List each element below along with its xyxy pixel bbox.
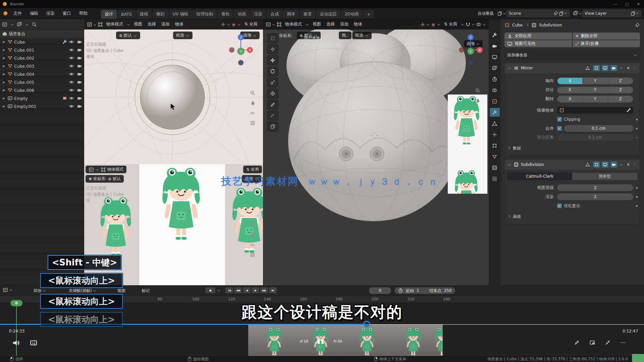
pan-hand-icon[interactable] (250, 232, 255, 237)
properties-tab-material[interactable] (490, 163, 500, 172)
scene-field[interactable]: Scene ✕ (506, 10, 570, 17)
hide-eye-icon[interactable] (69, 55, 74, 61)
copy-icon[interactable] (630, 11, 636, 16)
properties-tab-output[interactable] (490, 53, 500, 61)
edit-pencil-icon[interactable] (574, 340, 580, 345)
search-icon[interactable] (32, 22, 37, 27)
catmull-clark-button[interactable]: Catmull-Clark (507, 173, 572, 180)
end-value[interactable]: 250 (444, 288, 452, 293)
outliner-row[interactable]: ▶Cube.006 (0, 86, 84, 94)
orientation-dropdown[interactable]: ⇅ 全局 (242, 20, 260, 28)
transform-pivot-icon[interactable] (420, 22, 425, 27)
menu-文件[interactable]: 文件 (9, 9, 26, 18)
editor-type-icon[interactable] (2, 22, 7, 27)
realtime-display-toggle[interactable] (602, 162, 608, 168)
menu-渲染[interactable]: 渲染 (42, 9, 59, 18)
axis-X-button[interactable]: X (557, 78, 583, 84)
editor-type-icon[interactable] (89, 167, 94, 172)
hide-eye-icon[interactable] (69, 71, 74, 77)
add-modifier-dropdown[interactable]: 添加修改器 (504, 51, 640, 59)
hide-eye-icon[interactable] (69, 87, 74, 93)
workspace-tab[interactable]: 着色 (217, 10, 233, 19)
workspace-tab[interactable]: 遮罩 (300, 10, 315, 19)
expand-icon[interactable]: ▶ (2, 80, 6, 84)
overlay-icon[interactable] (476, 22, 481, 27)
expand-collapse-button[interactable]: ⤢展开/折叠 (573, 40, 640, 47)
timeline-menu-标记[interactable]: 标记 (142, 288, 150, 294)
delete-all-button[interactable]: ✕删除全部 (573, 33, 640, 40)
axis-Y-button[interactable]: Y (583, 87, 608, 93)
timeline-menu-视图[interactable]: 视图 (117, 288, 125, 294)
viewport-menu-添加[interactable]: 添加 (337, 20, 351, 28)
proportional-edit-icon[interactable]: ◉ (431, 22, 436, 27)
pip-icon[interactable] (590, 340, 595, 345)
prev-keyframe-button[interactable]: ◀◀ (234, 287, 242, 293)
axis-Z-button[interactable]: Z (608, 78, 633, 84)
grid-toggle-icon[interactable] (250, 120, 255, 126)
disable-render-icon[interactable] (77, 63, 82, 69)
orientation-dropdown[interactable]: ⇅ 全局 (441, 20, 460, 28)
record-button[interactable]: ● (205, 287, 215, 293)
properties-tab-view-layer[interactable] (490, 64, 500, 72)
workspace-tab[interactable]: 渲染 (250, 10, 266, 19)
rotate-tool[interactable] (267, 66, 278, 76)
menu-窗口[interactable]: 窗口 (59, 9, 75, 18)
mode-dropdown[interactable]: 物体模式 (104, 20, 126, 28)
pin-icon[interactable] (635, 22, 640, 28)
expand-icon[interactable]: ▶ (2, 105, 6, 108)
apply-all-button[interactable]: 全部应用 (504, 33, 572, 40)
bisect-distance-field[interactable]: 0.1 cm (557, 134, 633, 141)
levels-render-field[interactable]: 2 (557, 193, 633, 200)
render-display-toggle[interactable] (610, 162, 617, 168)
modifier-name-field[interactable]: Subdivision (521, 162, 571, 167)
disable-render-icon[interactable] (77, 87, 82, 93)
mode-dropdown[interactable]: 物体模式 (282, 20, 305, 28)
pause-button[interactable]: ▮▮ (317, 338, 325, 345)
merge-checkbox[interactable]: ✓ (557, 126, 562, 131)
viewport-menu-视图[interactable]: 视图 (310, 20, 324, 28)
axis-Z-button[interactable]: Z (608, 87, 633, 93)
workspace-tab[interactable]: 2D动画 (341, 10, 363, 19)
realtime-display-toggle[interactable] (602, 65, 608, 71)
workspace-tab[interactable]: 动画 (234, 10, 250, 19)
disable-render-icon[interactable] (77, 96, 82, 101)
render-display-toggle[interactable] (610, 65, 617, 71)
editor-type-icon[interactable] (3, 287, 8, 293)
workspace-tab[interactable]: 合成 (267, 10, 282, 19)
levels-viewport-field[interactable]: 2 (557, 184, 633, 191)
add-cube-tool[interactable] (267, 122, 278, 132)
more-options-icon[interactable]: ⋯ (621, 339, 626, 346)
clear-view-layer-icon[interactable]: ✕ (636, 11, 639, 16)
scene-new-icon[interactable] (497, 11, 502, 16)
axis-X-button[interactable]: X (557, 87, 583, 93)
current-frame-badge[interactable]: 0 (10, 300, 22, 306)
options-dropdown[interactable]: 选项 (242, 175, 261, 183)
frame-range-fields[interactable]: 起始 1 结束点 250 (394, 287, 455, 294)
collection-row[interactable]: 场景集合 (0, 30, 84, 38)
view-layer-field[interactable]: View Layer ✕ (582, 10, 641, 17)
viewport-menu-选择[interactable]: 选择 (145, 20, 159, 28)
cursor-tool[interactable] (267, 44, 278, 54)
zoom-icon[interactable] (250, 90, 255, 96)
video-corner-thumbnail[interactable] (632, 354, 644, 362)
menu-帮助[interactable]: 帮助 (75, 9, 92, 18)
advanced-section-header[interactable]: 高级 (507, 213, 638, 221)
viewport-menu-添加[interactable]: 添加 (159, 20, 172, 28)
disable-render-icon[interactable] (77, 104, 82, 109)
disable-render-icon[interactable] (77, 79, 82, 85)
jump-end-button[interactable]: ▶| (269, 287, 277, 293)
blender-menu-icon[interactable] (3, 11, 8, 16)
hide-eye-icon[interactable] (69, 79, 74, 85)
drag-handle-icon[interactable]: ⁙ (633, 162, 637, 167)
shrink-icon[interactable] (605, 340, 610, 345)
hide-eye-icon[interactable] (69, 63, 74, 69)
select-box-tool[interactable] (267, 33, 278, 43)
viewport-menu-视图[interactable]: 视图 (131, 20, 145, 28)
outliner-row[interactable]: ▶Cube.001 (0, 46, 84, 54)
transform-pivot-icon[interactable] (220, 22, 226, 27)
volume-icon[interactable] (12, 339, 19, 347)
properties-tab-modifiers[interactable] (490, 108, 500, 117)
outliner-row[interactable]: ▶Cube.002 (0, 54, 84, 62)
measure-tool[interactable] (267, 111, 278, 121)
coord-pill[interactable]: ✥ 坐标系: ⊕ 默认 (86, 175, 124, 183)
